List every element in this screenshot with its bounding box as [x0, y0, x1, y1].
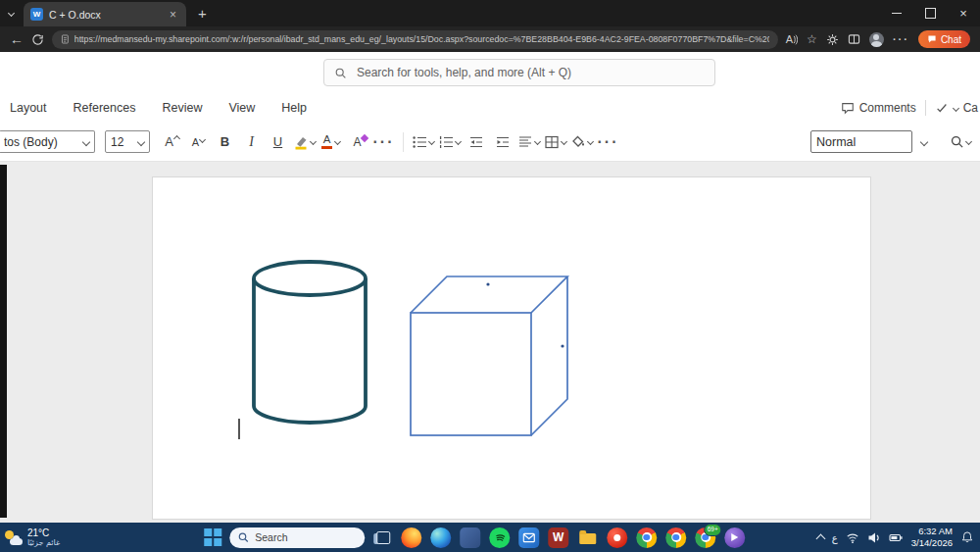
font-size-select[interactable]: 12 [105, 130, 150, 153]
ribbon-menu-bar: Layout References Review View Help Comme… [0, 93, 980, 123]
task-view-button[interactable] [369, 525, 394, 550]
font-name-select[interactable]: tos (Body) [0, 130, 95, 153]
menu-tab-references[interactable]: References [74, 101, 136, 115]
more-font-options-button[interactable]: ··· [371, 129, 396, 155]
chat-button[interactable]: Chat [918, 30, 970, 48]
edge-button[interactable] [428, 525, 453, 550]
chrome-profile2-button[interactable] [663, 525, 688, 550]
start-button[interactable] [200, 525, 224, 550]
window-close-button[interactable]: × [947, 0, 980, 26]
clock[interactable]: 6:32 AM 3/14/2026 [911, 526, 953, 549]
style-dropdown-button[interactable] [916, 129, 932, 155]
app-search-box[interactable] [323, 59, 715, 86]
document-page[interactable] [152, 176, 871, 520]
chat-icon [927, 34, 937, 44]
profile-avatar-button[interactable] [869, 32, 884, 47]
highlight-color-button[interactable] [292, 129, 317, 155]
volume-button[interactable] [867, 531, 881, 544]
clear-formatting-button[interactable]: A [345, 129, 369, 155]
menu-tab-view[interactable]: View [228, 101, 255, 115]
new-tab-button[interactable]: + [198, 6, 207, 21]
back-button[interactable]: ← [10, 32, 24, 46]
chrome-button[interactable] [634, 525, 659, 550]
file-explorer-button[interactable] [575, 525, 600, 550]
firefox-button[interactable] [399, 525, 423, 550]
comment-icon [841, 101, 855, 115]
word-doc-favicon: W [30, 8, 43, 21]
bullet-list-button[interactable] [411, 129, 435, 155]
url-bar[interactable]: https://medmansedu-my.sharepoint.com/:w:… [52, 30, 778, 49]
tray-date: 3/14/2026 [911, 537, 953, 549]
increase-indent-button[interactable] [490, 129, 514, 155]
spotify-button[interactable] [487, 525, 512, 550]
browser-essentials-button[interactable] [826, 33, 839, 46]
menu-tab-review[interactable]: Review [162, 101, 202, 115]
chevron-down-icon [534, 138, 541, 145]
chevron-down-icon [587, 138, 594, 145]
notification-center-button[interactable] [960, 530, 974, 544]
find-button[interactable] [948, 129, 972, 155]
favorites-button[interactable]: ☆ [807, 32, 817, 46]
split-screen-button[interactable] [848, 33, 860, 45]
document-area [0, 162, 980, 523]
grow-font-icon: A [165, 134, 173, 149]
window-maximize-button[interactable] [913, 0, 947, 26]
alignment-button[interactable] [516, 129, 541, 155]
menu-tab-help[interactable]: Help [281, 101, 307, 115]
browser-more-button[interactable]: ··· [893, 33, 909, 45]
app-search-input[interactable] [355, 65, 705, 80]
chevron-down-icon [82, 137, 90, 145]
catch-up-button[interactable]: Ca [935, 101, 978, 115]
notification-badge: 69+ [704, 524, 721, 536]
more-toolbar-options-button[interactable]: ··· [596, 129, 620, 155]
numbered-list-button[interactable] [437, 129, 462, 155]
tab-close-icon[interactable]: × [167, 8, 179, 22]
mail-button[interactable] [516, 525, 541, 550]
cylinder-shape[interactable] [254, 262, 366, 423]
refresh-button[interactable] [31, 33, 44, 46]
shading-button[interactable] [569, 129, 594, 155]
chevron-down-icon [561, 138, 567, 145]
weather-widget[interactable]: 21°C غائم جزئيًا [4, 525, 60, 550]
red-app-icon [607, 527, 627, 548]
language-indicator[interactable]: ع [832, 532, 838, 543]
chevron-down-icon [199, 136, 206, 143]
blue-app-button[interactable] [458, 525, 482, 550]
highlighter-icon [293, 134, 309, 150]
w-app-button[interactable]: W [546, 525, 570, 550]
window-minimize-button[interactable] [880, 0, 913, 26]
decrease-indent-button[interactable] [464, 129, 488, 155]
tab-title: C + O.docx [49, 9, 161, 21]
bullet-list-icon [412, 134, 427, 150]
table-button[interactable] [543, 129, 567, 155]
read-aloud-button[interactable]: A [786, 33, 798, 45]
hidden-icons-button[interactable] [815, 534, 825, 544]
chevron-down-icon [920, 137, 928, 145]
bold-button[interactable]: B [213, 129, 237, 155]
comments-button[interactable]: Comments [841, 101, 916, 115]
cube-shape[interactable] [411, 276, 567, 435]
chrome-badged-button[interactable]: 69+ [693, 525, 717, 550]
network-button[interactable] [846, 531, 859, 544]
tab-search-button[interactable] [9, 11, 14, 16]
catch-up-label: Ca [963, 101, 978, 115]
menu-tab-layout[interactable]: Layout [10, 101, 47, 115]
shrink-font-button[interactable]: A [186, 129, 211, 155]
font-size-value: 12 [111, 135, 123, 149]
battery-button[interactable] [889, 531, 904, 544]
underline-button[interactable]: U [266, 129, 290, 155]
weather-desc: غائم جزئيًا [27, 539, 60, 548]
red-app-button[interactable] [605, 525, 629, 550]
taskbar-search[interactable]: Search [229, 527, 365, 548]
font-color-button[interactable]: A [318, 129, 343, 155]
chevron-down-icon [137, 137, 145, 145]
italic-button[interactable]: I [239, 129, 264, 155]
purple-app-button[interactable] [722, 525, 747, 550]
grow-font-button[interactable]: A [160, 129, 184, 155]
browser-address-bar: ← https://medmansedu-my.sharepoint.com/:… [0, 26, 980, 52]
formatting-toolbar: tos (Body) 12 A A B I U A A ··· [0, 123, 980, 162]
maximize-icon [925, 8, 936, 19]
gear-icon [826, 33, 839, 46]
browser-tab[interactable]: W C + O.docx × [24, 2, 186, 26]
style-select[interactable]: Normal [810, 130, 912, 153]
